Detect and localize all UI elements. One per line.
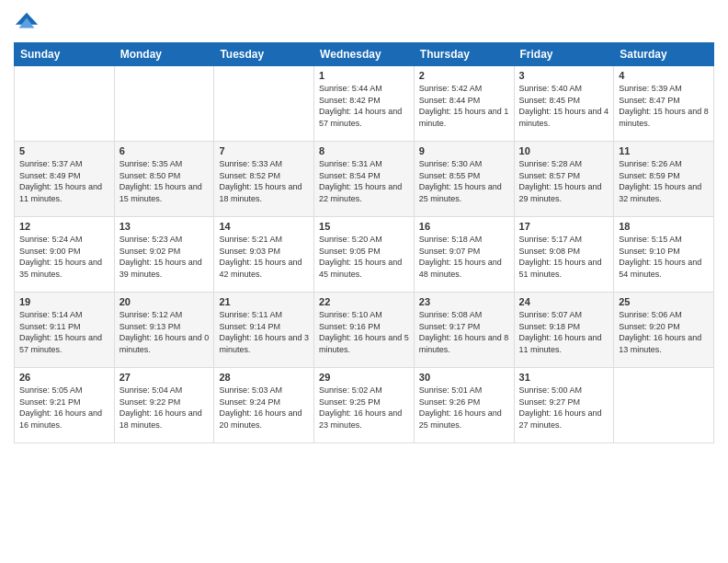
calendar-cell: 17Sunrise: 5:17 AM Sunset: 9:08 PM Dayli…: [514, 217, 614, 293]
calendar-cell: [214, 66, 314, 142]
day-number: 3: [519, 70, 609, 81]
day-number: 27: [119, 372, 210, 383]
day-info: Sunrise: 5:11 AM Sunset: 9:14 PM Dayligh…: [219, 309, 309, 355]
day-number: 21: [219, 296, 309, 307]
calendar-cell: [15, 66, 115, 142]
calendar-cell: 12Sunrise: 5:24 AM Sunset: 9:00 PM Dayli…: [15, 217, 115, 293]
day-info: Sunrise: 5:12 AM Sunset: 9:13 PM Dayligh…: [119, 309, 210, 355]
day-number: 19: [19, 296, 109, 307]
day-number: 28: [219, 372, 309, 383]
calendar-cell: 7Sunrise: 5:33 AM Sunset: 8:52 PM Daylig…: [214, 142, 314, 217]
day-number: 30: [419, 372, 509, 383]
day-info: Sunrise: 5:08 AM Sunset: 9:17 PM Dayligh…: [419, 309, 509, 355]
calendar-header-wednesday: Wednesday: [314, 43, 415, 66]
day-number: 31: [519, 372, 609, 383]
day-info: Sunrise: 5:44 AM Sunset: 8:42 PM Dayligh…: [319, 83, 409, 129]
calendar-cell: 24Sunrise: 5:07 AM Sunset: 9:18 PM Dayli…: [514, 293, 614, 368]
calendar-header-thursday: Thursday: [414, 43, 514, 66]
calendar-week-row: 1Sunrise: 5:44 AM Sunset: 8:42 PM Daylig…: [15, 66, 714, 142]
day-number: 2: [419, 70, 509, 81]
calendar-cell: 9Sunrise: 5:30 AM Sunset: 8:55 PM Daylig…: [414, 142, 514, 217]
day-info: Sunrise: 5:40 AM Sunset: 8:45 PM Dayligh…: [519, 83, 609, 129]
calendar-header-sunday: Sunday: [15, 43, 115, 66]
day-number: 10: [519, 145, 609, 156]
day-number: 9: [419, 145, 509, 156]
calendar-cell: 2Sunrise: 5:42 AM Sunset: 8:44 PM Daylig…: [414, 66, 514, 142]
day-info: Sunrise: 5:15 AM Sunset: 9:10 PM Dayligh…: [619, 234, 709, 280]
logo-icon: [14, 9, 40, 35]
day-number: 8: [319, 145, 409, 156]
day-info: Sunrise: 5:28 AM Sunset: 8:57 PM Dayligh…: [519, 158, 609, 204]
day-info: Sunrise: 5:18 AM Sunset: 9:07 PM Dayligh…: [419, 234, 509, 280]
calendar-cell: 15Sunrise: 5:20 AM Sunset: 9:05 PM Dayli…: [314, 217, 415, 293]
day-info: Sunrise: 5:10 AM Sunset: 9:16 PM Dayligh…: [319, 309, 409, 355]
day-number: 12: [19, 221, 109, 232]
calendar-cell: 25Sunrise: 5:06 AM Sunset: 9:20 PM Dayli…: [614, 293, 714, 368]
day-info: Sunrise: 5:24 AM Sunset: 9:00 PM Dayligh…: [19, 234, 109, 280]
calendar-cell: 10Sunrise: 5:28 AM Sunset: 8:57 PM Dayli…: [514, 142, 614, 217]
day-info: Sunrise: 5:30 AM Sunset: 8:55 PM Dayligh…: [419, 158, 509, 204]
day-info: Sunrise: 5:31 AM Sunset: 8:54 PM Dayligh…: [319, 158, 409, 204]
day-number: 15: [319, 221, 409, 232]
day-number: 22: [319, 296, 409, 307]
day-number: 1: [319, 70, 409, 81]
calendar-header-row: SundayMondayTuesdayWednesdayThursdayFrid…: [15, 43, 714, 66]
day-info: Sunrise: 5:02 AM Sunset: 9:25 PM Dayligh…: [319, 385, 409, 431]
day-number: 18: [619, 221, 709, 232]
logo: [14, 9, 43, 35]
day-info: Sunrise: 5:26 AM Sunset: 8:59 PM Dayligh…: [619, 158, 709, 204]
day-number: 13: [119, 221, 210, 232]
day-number: 20: [119, 296, 210, 307]
day-number: 25: [619, 296, 709, 307]
day-info: Sunrise: 5:37 AM Sunset: 8:49 PM Dayligh…: [19, 158, 109, 204]
calendar-cell: 31Sunrise: 5:00 AM Sunset: 9:27 PM Dayli…: [514, 368, 614, 443]
calendar-cell: 16Sunrise: 5:18 AM Sunset: 9:07 PM Dayli…: [414, 217, 514, 293]
calendar-week-row: 5Sunrise: 5:37 AM Sunset: 8:49 PM Daylig…: [15, 142, 714, 217]
day-info: Sunrise: 5:05 AM Sunset: 9:21 PM Dayligh…: [19, 385, 109, 431]
calendar-header-tuesday: Tuesday: [214, 43, 314, 66]
calendar-table: SundayMondayTuesdayWednesdayThursdayFrid…: [14, 42, 714, 443]
calendar-cell: 4Sunrise: 5:39 AM Sunset: 8:47 PM Daylig…: [614, 66, 714, 142]
calendar-cell: 1Sunrise: 5:44 AM Sunset: 8:42 PM Daylig…: [314, 66, 415, 142]
calendar-week-row: 26Sunrise: 5:05 AM Sunset: 9:21 PM Dayli…: [15, 368, 714, 443]
day-info: Sunrise: 5:07 AM Sunset: 9:18 PM Dayligh…: [519, 309, 609, 355]
calendar-cell: 21Sunrise: 5:11 AM Sunset: 9:14 PM Dayli…: [214, 293, 314, 368]
day-info: Sunrise: 5:20 AM Sunset: 9:05 PM Dayligh…: [319, 234, 409, 280]
calendar-cell: 19Sunrise: 5:14 AM Sunset: 9:11 PM Dayli…: [15, 293, 115, 368]
calendar-cell: 30Sunrise: 5:01 AM Sunset: 9:26 PM Dayli…: [414, 368, 514, 443]
calendar-header-monday: Monday: [114, 43, 214, 66]
calendar-cell: 3Sunrise: 5:40 AM Sunset: 8:45 PM Daylig…: [514, 66, 614, 142]
day-number: 5: [19, 145, 109, 156]
calendar-cell: 22Sunrise: 5:10 AM Sunset: 9:16 PM Dayli…: [314, 293, 415, 368]
header: [14, 9, 714, 35]
day-info: Sunrise: 5:23 AM Sunset: 9:02 PM Dayligh…: [119, 234, 210, 280]
day-info: Sunrise: 5:00 AM Sunset: 9:27 PM Dayligh…: [519, 385, 609, 431]
day-number: 6: [119, 145, 210, 156]
day-number: 16: [419, 221, 509, 232]
day-info: Sunrise: 5:21 AM Sunset: 9:03 PM Dayligh…: [219, 234, 309, 280]
calendar-cell: 8Sunrise: 5:31 AM Sunset: 8:54 PM Daylig…: [314, 142, 415, 217]
day-info: Sunrise: 5:35 AM Sunset: 8:50 PM Dayligh…: [119, 158, 210, 204]
day-info: Sunrise: 5:04 AM Sunset: 9:22 PM Dayligh…: [119, 385, 210, 431]
day-number: 23: [419, 296, 509, 307]
calendar-cell: 13Sunrise: 5:23 AM Sunset: 9:02 PM Dayli…: [114, 217, 214, 293]
day-info: Sunrise: 5:33 AM Sunset: 8:52 PM Dayligh…: [219, 158, 309, 204]
calendar-cell: [614, 368, 714, 443]
calendar-cell: 18Sunrise: 5:15 AM Sunset: 9:10 PM Dayli…: [614, 217, 714, 293]
day-number: 7: [219, 145, 309, 156]
page: SundayMondayTuesdayWednesdayThursdayFrid…: [0, 0, 728, 563]
calendar-cell: 20Sunrise: 5:12 AM Sunset: 9:13 PM Dayli…: [114, 293, 214, 368]
day-number: 4: [619, 70, 709, 81]
calendar-week-row: 19Sunrise: 5:14 AM Sunset: 9:11 PM Dayli…: [15, 293, 714, 368]
calendar-cell: 14Sunrise: 5:21 AM Sunset: 9:03 PM Dayli…: [214, 217, 314, 293]
day-number: 11: [619, 145, 709, 156]
calendar-cell: 5Sunrise: 5:37 AM Sunset: 8:49 PM Daylig…: [15, 142, 115, 217]
day-info: Sunrise: 5:42 AM Sunset: 8:44 PM Dayligh…: [419, 83, 509, 129]
calendar-cell: 23Sunrise: 5:08 AM Sunset: 9:17 PM Dayli…: [414, 293, 514, 368]
day-number: 26: [19, 372, 109, 383]
calendar-week-row: 12Sunrise: 5:24 AM Sunset: 9:00 PM Dayli…: [15, 217, 714, 293]
calendar-cell: 6Sunrise: 5:35 AM Sunset: 8:50 PM Daylig…: [114, 142, 214, 217]
calendar-header-saturday: Saturday: [614, 43, 714, 66]
day-number: 17: [519, 221, 609, 232]
calendar-cell: 11Sunrise: 5:26 AM Sunset: 8:59 PM Dayli…: [614, 142, 714, 217]
